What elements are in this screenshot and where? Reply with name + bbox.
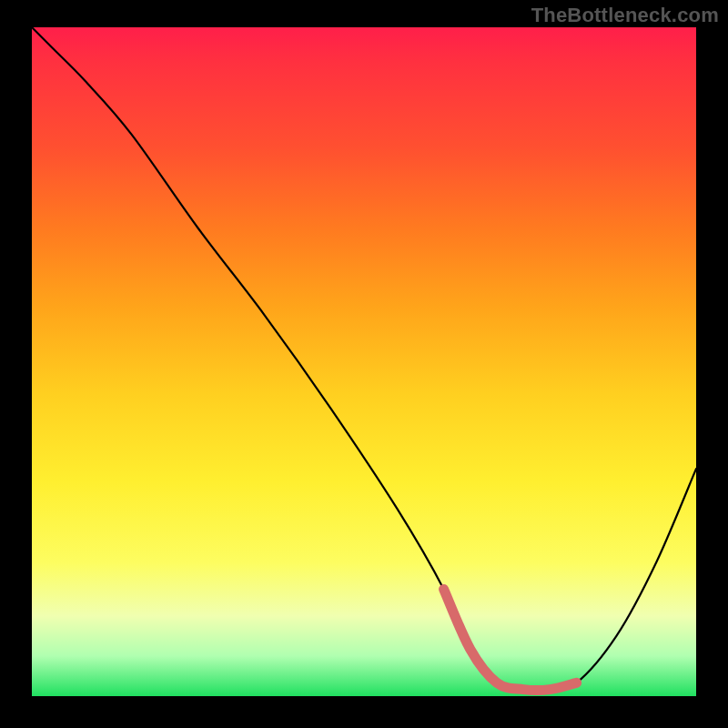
bottleneck-curve bbox=[32, 27, 696, 691]
chart-svg bbox=[32, 27, 696, 696]
bottleneck-highlight bbox=[444, 589, 577, 690]
chart-area bbox=[32, 27, 696, 696]
watermark-text: TheBottleneck.com bbox=[531, 4, 719, 27]
